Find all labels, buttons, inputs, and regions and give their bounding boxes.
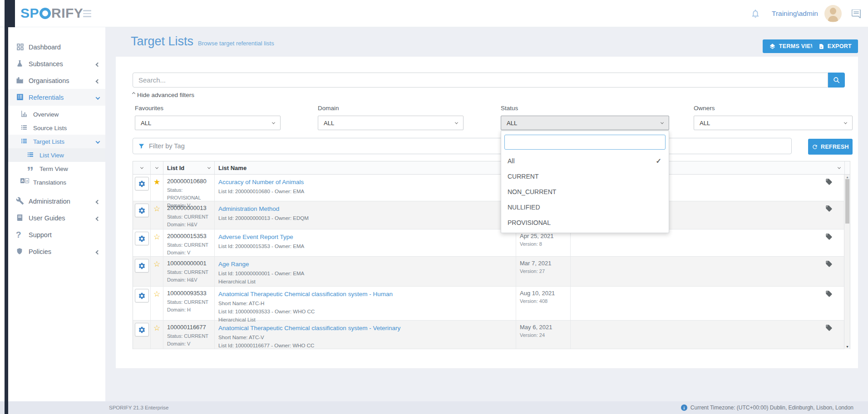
tag-filter-input[interactable]	[149, 142, 786, 150]
scrollbar-thumb[interactable]	[845, 179, 849, 224]
list-id: 200000010680	[167, 178, 211, 185]
app-window: SPRIFY Training\admin Dashboard Substanc…	[0, 0, 868, 414]
search-input[interactable]	[133, 73, 828, 88]
tag-icon[interactable]	[825, 324, 833, 331]
left-rail	[5, 27, 8, 414]
list-icon	[20, 124, 29, 132]
sidebar-item-substances[interactable]: Substances	[8, 55, 105, 72]
list-id: 100000116677	[167, 324, 211, 331]
favourite-star-icon[interactable]: ☆	[153, 260, 160, 286]
status-dropdown-panel: All ✓ CURRENT NON_CURRENT NULLIFIED PROV…	[501, 131, 669, 233]
logo-text-sp: SP	[20, 5, 39, 21]
chevron-down-icon	[96, 138, 99, 145]
list-name-link[interactable]: Administration Method	[218, 205, 279, 212]
gear-icon	[138, 326, 146, 334]
list-name-link[interactable]: Anatomical Therapeutic Chemical classifi…	[218, 325, 400, 331]
sidebar-item-support[interactable]: ? Support	[8, 226, 105, 243]
feedback-chat-icon[interactable]	[852, 10, 861, 18]
column-menu-icon[interactable]	[155, 166, 158, 169]
column-menu-icon[interactable]	[140, 166, 143, 169]
row-settings-button[interactable]	[135, 289, 149, 302]
favourite-star-icon[interactable]: ☆	[153, 290, 160, 324]
vertical-scrollbar[interactable]: ▲ ▼	[844, 175, 850, 349]
user-menu[interactable]: Training\admin	[772, 10, 818, 18]
row-settings-button[interactable]	[135, 232, 149, 245]
scroll-up-icon[interactable]: ▲	[844, 175, 850, 179]
sidebar-item-source-lists[interactable]: Source Lists	[8, 121, 105, 135]
column-menu-icon[interactable]	[207, 166, 211, 169]
status-line: Status: PROVISIONAL	[167, 186, 211, 202]
status-option-nullified[interactable]: NULLIFIED	[501, 200, 669, 215]
info-line: List Id: 200000010680 - Owner: EMA	[218, 187, 512, 195]
tag-icon[interactable]	[825, 260, 833, 268]
sidebar-label: Target Lists	[33, 138, 64, 145]
sidebar-item-target-lists[interactable]: Target Lists	[8, 135, 105, 148]
sidebar-item-referentials[interactable]: Referentials	[8, 89, 105, 106]
tag-icon[interactable]	[825, 205, 833, 212]
export-button[interactable]: x EXPORT	[812, 39, 858, 53]
sidebar-item-dashboard[interactable]: Dashboard	[8, 39, 105, 55]
refresh-button[interactable]: REFRESH	[808, 139, 853, 155]
sidebar-item-list-view[interactable]: List View	[8, 148, 105, 162]
gear-icon	[138, 235, 146, 243]
sidebar-item-user-guides[interactable]: User Guides	[8, 209, 105, 226]
excel-file-icon: x	[819, 43, 824, 50]
list-name-link[interactable]: Age Range	[218, 261, 249, 268]
tag-icon[interactable]	[825, 178, 833, 185]
table-row: ☆ 200000000013Status: CURRENTDomain: H&V…	[133, 201, 850, 229]
owners-select[interactable]: ALL	[694, 116, 853, 130]
sidebar-item-overview[interactable]: Overview	[8, 107, 105, 121]
favourite-star-icon[interactable]: ☆	[153, 324, 160, 349]
row-settings-button[interactable]	[135, 204, 149, 217]
status-option-provisional[interactable]: PROVISIONAL	[501, 215, 669, 230]
status-option-non-current[interactable]: NON_CURRENT	[501, 184, 669, 200]
favourite-star-icon[interactable]: ☆	[153, 205, 160, 229]
sidebar-item-policies[interactable]: Policies	[8, 243, 105, 260]
info-line: List Id: 200000015353 - Owner: EMA	[218, 242, 512, 250]
status-option-current[interactable]: CURRENT	[501, 169, 669, 184]
list-name-link[interactable]: Accuracy of Number of Animals	[218, 179, 304, 185]
scroll-down-icon[interactable]: ▼	[844, 345, 850, 348]
sidebar-item-translations[interactable]: Aa Translations	[8, 175, 105, 189]
app-logo: SPRIFY	[20, 5, 83, 21]
status-option-all[interactable]: All ✓	[501, 153, 669, 169]
column-list-name[interactable]: List Name	[215, 161, 516, 174]
status-dropdown-search-input[interactable]	[504, 135, 666, 150]
wrench-icon	[16, 197, 25, 205]
sidebar-item-organisations[interactable]: Organisations	[8, 72, 105, 89]
menu-toggle-icon[interactable]	[83, 10, 91, 19]
domain-line: Domain: V	[167, 249, 211, 257]
short-name-line: Short Name: ATC-H	[218, 299, 512, 307]
favourites-select[interactable]: ALL	[135, 116, 281, 130]
sidebar-label: Administration	[29, 198, 70, 205]
row-settings-button[interactable]	[135, 323, 149, 336]
status-line: Status: CURRENT	[167, 332, 211, 340]
sidebar-item-term-view[interactable]: ” Term View	[8, 162, 105, 175]
status-select[interactable]: ALL	[501, 116, 669, 130]
tag-icon[interactable]	[825, 233, 833, 240]
status-line: Status: CURRENT	[167, 213, 211, 221]
info-line: List Id: 100000000001 - Owner: EMA	[218, 269, 512, 278]
avatar[interactable]	[824, 5, 842, 22]
search-button[interactable]	[828, 73, 845, 88]
tag-icon[interactable]	[825, 290, 833, 297]
date: Mar 7, 2021	[520, 260, 567, 267]
owners-filter: Owners ALL	[694, 105, 853, 130]
chevron-left-icon	[96, 214, 99, 222]
logo-text-rify: RIFY	[51, 5, 83, 21]
notifications-bell-icon[interactable]	[750, 9, 760, 19]
domain-select[interactable]: ALL	[318, 116, 464, 130]
list-name-link[interactable]: Adverse Event Report Type	[218, 234, 293, 240]
favourite-star-icon[interactable]: ☆	[153, 233, 160, 257]
table-row: ☆ 200000015353Status: CURRENTDomain: V A…	[133, 229, 850, 257]
column-list-id[interactable]: List Id	[163, 161, 215, 174]
column-menu-icon[interactable]	[838, 166, 841, 169]
column-favourite	[151, 161, 163, 174]
row-settings-button[interactable]	[135, 177, 149, 190]
sidebar-item-administration[interactable]: Administration	[8, 193, 105, 209]
info-line: List Id: 100000093533 - Owner: WHO CC	[218, 307, 512, 316]
row-settings-button[interactable]	[135, 259, 149, 273]
list-name-link[interactable]: Anatomical Therapeutic Chemical classifi…	[218, 291, 393, 297]
sidebar-label: Overview	[33, 111, 59, 118]
hide-advanced-filters-toggle[interactable]: Hide advanced filters	[133, 92, 194, 98]
